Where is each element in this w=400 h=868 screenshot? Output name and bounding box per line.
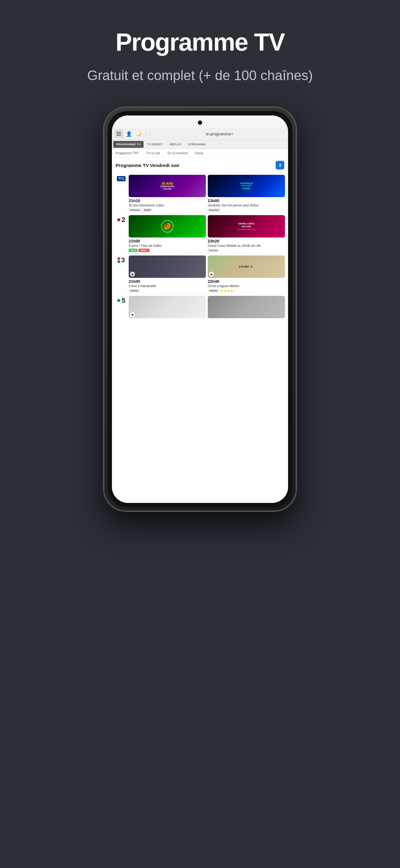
header-section: Programme TV Gratuit et complet (+ de 10… [62, 0, 338, 101]
url-text: tv-programme [206, 132, 231, 136]
channel-section-france2: 2 🏉 [112, 213, 288, 252]
main-tab-bar: PROGRAMME TV TV DIRECT REPLAY STREAMING [112, 140, 288, 149]
channel-section-france3: 3 ▶ [112, 253, 288, 292]
channel-section-tf1: TF1 30 ANS D' [112, 173, 288, 212]
title-tf1-2: Vendredi, tout est permis avec Arthur [208, 203, 285, 207]
time-f2-1: 21h00 [129, 239, 206, 243]
time-tf1-1: 21h10 [129, 198, 206, 203]
thumb-f2-2: GRAND CORPS MALADE AU ZÉNITH DE LILLE [208, 215, 285, 238]
channel-section-france5: 5 ▶ [112, 294, 288, 319]
share-icon: ⬆ [278, 163, 282, 168]
hamburger-button[interactable] [114, 129, 123, 138]
phone-mockup: 👤 🌙 ✉️ tv-programme+ PROGRAMME TV TV DIR… [104, 107, 296, 511]
thumb-f3-2: CRIME À. ▶ [208, 255, 285, 278]
time-f2-2: 23h20 [208, 239, 285, 243]
phone-outer-shell: 👤 🌙 ✉️ tv-programme+ PROGRAMME TV TV DIR… [104, 107, 296, 511]
title-f2-2: Grand Corps Malade au Zénith de Lille [208, 244, 285, 248]
url-bar[interactable]: tv-programme+ [154, 132, 286, 136]
tag-direct: DIRECT [138, 249, 149, 252]
france3-logo: 3 [115, 255, 128, 264]
tag-concert: Concert [208, 249, 219, 252]
subtitle: Gratuit et complet (+ de 100 chaînes) [87, 65, 313, 86]
tab-streaming[interactable]: STREAMING [185, 141, 209, 148]
sub-tab-bar: Programme TNT TV ce soir En ce moment De… [112, 149, 288, 158]
tag-emission-2: Emission [208, 208, 221, 212]
sub-tab-programme-tnt[interactable]: Programme TNT [112, 149, 142, 157]
time-tf1-2: 23h00 [208, 198, 285, 203]
browser-nav[interactable]: 👤 🌙 ✉️ tv-programme+ [112, 128, 288, 140]
program-card-f3-2: CRIME À. ▶ 22h40 Crime à Aigues-Mortes [208, 255, 285, 292]
page-title: Programme TV Vendredi soir [116, 163, 179, 168]
main-title: Programme TV [87, 28, 313, 57]
page-background: Programme TV Gratuit et complet (+ de 10… [0, 0, 400, 868]
tag-inedit: INEDIT [142, 208, 153, 212]
program-card-f2-2: GRAND CORPS MALADE AU ZÉNITH DE LILLE 23… [208, 215, 285, 252]
phone-screen: 👤 🌙 ✉️ tv-programme+ PROGRAMME TV TV DIR… [112, 116, 288, 503]
sub-tab-en-ce-moment[interactable]: En ce moment [164, 149, 191, 157]
sub-tab-tv-ce-soir[interactable]: TV ce soir [142, 149, 164, 157]
tf1-logo: TF1 [115, 175, 128, 181]
user-icon[interactable]: 👤 [126, 130, 132, 137]
camera-notch [198, 120, 202, 125]
program-card-f2-1: 🏉 21h00 France / Pays de Galles Sport DI… [129, 215, 206, 252]
page-title-bar: Programme TV Vendredi soir ⬆ [112, 158, 288, 173]
tag-sport: Sport [129, 249, 137, 252]
thumb-f5-2 [208, 296, 285, 318]
program-card-tf1-2: VENDREDI TOUT EST PERMIS 23h00 Vendredi,… [208, 175, 285, 212]
thumb-tf1-1: 30 ANS D'ÉMISSIONS CULTES [129, 175, 206, 197]
tag-telefilm-2: Téléfilm [208, 289, 219, 292]
moon-icon[interactable]: 🌙 [135, 130, 142, 137]
france2-logo: 2 [115, 215, 128, 223]
tab-replay[interactable]: REPLAY [167, 141, 184, 148]
tag-telefilm-1: Téléfilm [129, 289, 140, 292]
france5-logo: 5 [115, 296, 128, 304]
mail-icon[interactable]: ✉️ [144, 130, 151, 137]
content-area: Programme TV Vendredi soir ⬆ TF1 [112, 158, 288, 503]
title-f3-2: Crime à Aigues-Mortes [208, 284, 285, 288]
program-card-f5-2 [208, 296, 285, 319]
program-card-tf1-1: 30 ANS D'ÉMISSIONS CULTES 21h10 30 ans d… [129, 175, 206, 212]
url-suffix: + [231, 132, 233, 136]
tag-emission-1: Emission [129, 208, 141, 212]
tab-programme-tv[interactable]: PROGRAMME TV [113, 141, 143, 148]
program-card-f3-1: ▶ 21h05 Crime à Ramatuelle Téléfilm [129, 255, 206, 292]
thumb-f2-1: 🏉 [129, 215, 206, 238]
share-button[interactable]: ⬆ [276, 161, 284, 169]
title-f2-1: France / Pays de Galles [129, 244, 206, 248]
tab-tv-direct[interactable]: TV DIRECT [144, 141, 166, 148]
title-tf1-1: 30 ans d'émissions cultes [129, 203, 206, 207]
time-f3-1: 21h05 [129, 279, 206, 284]
thumb-tf1-2: VENDREDI TOUT EST PERMIS [208, 175, 285, 197]
thumb-f3-1: ▶ [129, 255, 206, 278]
program-card-f5-1: ▶ [129, 296, 206, 319]
title-f3-1: Crime à Ramatuelle [129, 284, 206, 288]
time-f3-2: 22h40 [208, 279, 285, 284]
phone-inner-bezel: 👤 🌙 ✉️ tv-programme+ PROGRAMME TV TV DIR… [108, 111, 292, 507]
sub-tab-demain[interactable]: Dema [191, 149, 207, 157]
thumb-f5-1: ▶ [129, 296, 206, 318]
stars-f3-2: ⭐⭐⭐⭐☆ [220, 289, 236, 292]
